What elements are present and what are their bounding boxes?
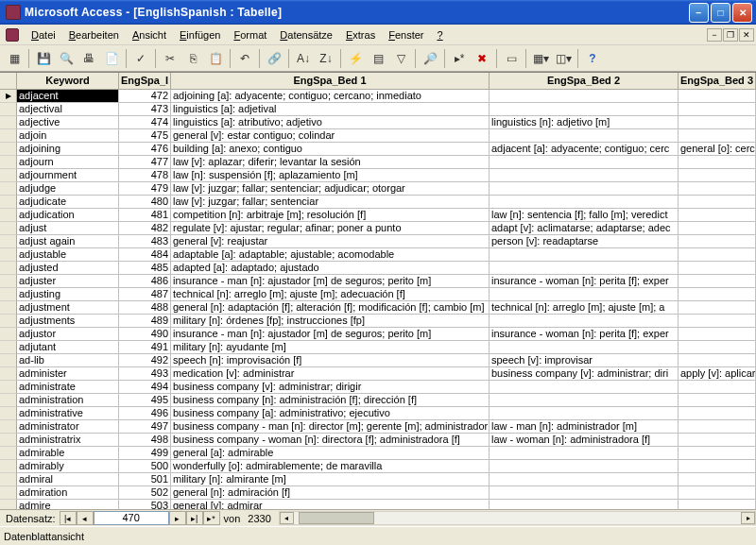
cell[interactable] [679,129,756,143]
cell[interactable]: 488 [119,301,171,315]
cell[interactable]: 491 [119,341,171,354]
col-header-engspa-i[interactable]: EngSpa_I [119,73,171,90]
cell[interactable]: adjusting [17,288,119,301]
cell[interactable]: 479 [119,182,171,196]
maximize-button[interactable]: □ [711,3,730,23]
cell[interactable]: admirably [17,460,119,473]
new-object-button[interactable]: ▦▾ [530,48,551,69]
cell[interactable]: business company [a]: administrativo; ej… [171,407,490,420]
cell[interactable] [490,500,679,509]
minimize-button[interactable]: − [689,3,709,23]
table-row[interactable]: admirably500wonderfully [o]: admirableme… [0,460,756,473]
nav-first-button[interactable]: |◂ [60,511,77,525]
cell[interactable]: business company - man [n]: director [m]… [171,420,490,434]
cell[interactable]: linguistics [a]: atributivo; adjetivo [171,116,490,129]
cell[interactable]: 487 [119,288,171,301]
cell[interactable]: business company - woman [n]: directora … [171,434,490,447]
cell[interactable] [679,262,756,275]
table-row[interactable]: adjusted485adapted [a]: adaptado; ajusta… [0,262,756,275]
cell[interactable] [679,90,756,103]
cell[interactable]: speech [n]: improvisación [f] [171,354,490,367]
col-header-bed3[interactable]: EngSpa_Bed 3 [679,73,756,90]
menu-fenster[interactable]: Fenster [382,27,430,43]
cell[interactable]: adjust [17,222,119,235]
cell[interactable]: competition [n]: arbitraje [m]; resoluci… [171,209,490,222]
cell[interactable] [490,315,679,328]
cell[interactable] [679,222,756,235]
cell[interactable]: law - woman [n]: administradora [f] [490,434,679,447]
cell[interactable] [679,447,756,460]
row-selector[interactable] [0,196,17,209]
cell[interactable]: law - man [n]: administrador [m] [490,420,679,434]
cell[interactable]: regulate [v]: ajustar; regular; afinar; … [171,222,490,235]
window-button[interactable]: ▭ [501,48,522,69]
cell[interactable] [679,182,756,196]
sort-desc-button[interactable]: Z↓ [316,48,336,69]
cell[interactable] [679,394,756,407]
cell[interactable] [490,447,679,460]
cell[interactable]: apply [v]: aplicar; acom [679,367,756,381]
cell[interactable]: general [v]: admirar [171,500,490,509]
cell[interactable] [679,103,756,116]
cell[interactable] [490,460,679,473]
scroll-right-button[interactable]: ▸ [741,512,755,524]
menu-bearbeiten[interactable]: Bearbeiten [62,27,126,43]
horizontal-scrollbar[interactable]: ◂ ▸ [279,511,756,525]
cell[interactable] [679,500,756,509]
cell[interactable] [679,156,756,169]
table-row[interactable]: ad-lib492speech [n]: improvisación [f]sp… [0,354,756,367]
cell[interactable]: adjectival [17,103,119,116]
col-header-bed1[interactable]: EngSpa_Bed 1 [171,73,490,90]
cell[interactable]: 475 [119,129,171,143]
mdi-minimize-button[interactable]: − [707,28,722,42]
row-selector[interactable] [0,394,17,407]
cell[interactable] [679,486,756,500]
copy-button[interactable]: ⎘ [182,48,203,69]
cell[interactable] [490,262,679,275]
cell[interactable]: wonderfully [o]: admirablemente; de mara… [171,460,490,473]
menu-einfügen[interactable]: Einfügen [173,27,227,43]
nav-prev-button[interactable]: ◂ [77,511,94,525]
cell[interactable]: military [n]: órdenes [fp]; instruccione… [171,315,490,328]
preview-button[interactable]: 📄 [101,48,122,69]
table-row[interactable]: adjoin475general [v]: estar contiguo; co… [0,129,756,143]
cut-button[interactable]: ✂ [160,48,180,69]
cell[interactable]: 473 [119,103,171,116]
row-selector[interactable] [0,500,17,509]
link-button[interactable]: 🔗 [264,48,284,69]
filter-toggle-button[interactable]: ▽ [390,48,411,69]
cell[interactable] [679,196,756,209]
cell[interactable]: adjudication [17,209,119,222]
cell[interactable]: 502 [119,486,171,500]
cell[interactable]: 486 [119,275,171,288]
cell[interactable]: adaptable [a]: adaptable; ajustable; aco… [171,248,490,262]
cell[interactable]: adjutant [17,341,119,354]
row-selector[interactable] [0,367,17,381]
paste-button[interactable]: 📋 [205,48,226,69]
cell[interactable]: 496 [119,407,171,420]
cell[interactable]: 494 [119,381,171,394]
row-selector[interactable] [0,169,17,182]
table-row[interactable]: administer493medication [v]: administrar… [0,367,756,381]
cell[interactable]: administrator [17,420,119,434]
row-selector[interactable] [0,315,17,328]
cell[interactable]: adapted [a]: adaptado; ajustado [171,262,490,275]
cell[interactable]: military [n]: ayudante [m] [171,341,490,354]
cell[interactable] [490,182,679,196]
cell[interactable] [490,394,679,407]
sort-asc-button[interactable]: A↓ [293,48,314,69]
cell[interactable]: 499 [119,447,171,460]
cell[interactable]: adjacent [a]: adyacente; contiguo; cerc [490,143,679,156]
cell[interactable]: administration [17,394,119,407]
cell[interactable]: general [o]: cerca de; a [679,143,756,156]
cell[interactable]: adjustor [17,328,119,341]
row-selector[interactable] [0,354,17,367]
cell[interactable]: adjustment [17,301,119,315]
table-row[interactable]: adjudge479law [v]: juzgar; fallar; sente… [0,182,756,196]
cell[interactable] [679,116,756,129]
cell[interactable]: 477 [119,156,171,169]
row-selector[interactable] [0,473,17,486]
cell[interactable]: 490 [119,328,171,341]
menu-extras[interactable]: Extras [339,27,382,43]
cell[interactable]: administrate [17,381,119,394]
